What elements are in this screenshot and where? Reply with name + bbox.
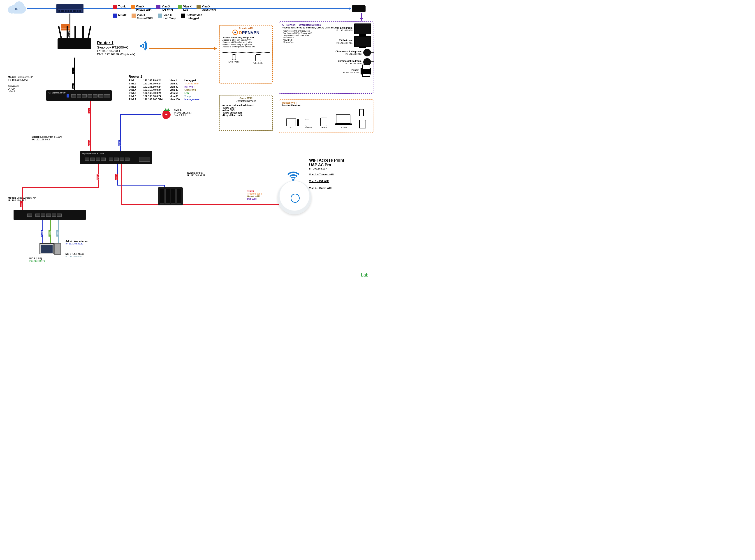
zone-guest-title: Guest WIFI [222, 97, 270, 100]
edgeswitch5-info: Model: EdgeSwitch 5-XP IP: 192.168.99.3 [8, 196, 36, 202]
edgeswitch5-icon [14, 210, 86, 220]
chromecast-icon [363, 49, 371, 56]
trusted-extra-devices [359, 109, 366, 128]
legend-item: Vlan X Lab [178, 5, 191, 11]
zone-trusted: Trusted WIFI Trusted Devices PC Phones T… [279, 99, 373, 133]
cable-label-port5b: Port 5 [119, 140, 121, 146]
edgerouter-icon: U | EdgeRouter 6P [46, 90, 112, 101]
router2-row: Eth1.5192.168.50.0/24Vlan 50Lab [129, 92, 200, 95]
rule-item: -Access to SSH only trough VPN [222, 39, 270, 41]
tv-icon [354, 23, 371, 34]
cable-label-port1: Port 1 [20, 201, 23, 207]
openvpn-logo: OPENVPN [222, 29, 270, 35]
pihole-icon: ✦ [162, 111, 170, 119]
router1-icon [58, 38, 91, 49]
iot-device: TV Bedroom IP: 192.168.30.51 [328, 36, 371, 47]
ap-wifi-icon [284, 169, 302, 180]
router2-row: Eth1.2192.168.20.0/24Vlan 20Trusted WIFI [129, 82, 200, 85]
workstation-info: Admin Workstation IP: 192.168.99.50 [65, 240, 88, 245]
trusted-device: PC [286, 119, 296, 128]
isp-cloud: ISP [10, 4, 26, 14]
wifi-icon [141, 40, 147, 51]
pc-icon [286, 119, 296, 126]
device-phone: Eriks Phone [229, 54, 240, 64]
tablet-icon [359, 120, 366, 128]
phone-icon [232, 54, 236, 60]
vlan-legend: Trunk Vlan X Private WIFI Vlan X IOT WIF… [113, 5, 226, 20]
trusted-device: Phones [305, 119, 312, 128]
ap-info: WIFI Access Point UAP AC Pro IP: 192.168… [309, 158, 368, 189]
rule-item: - Drop all Lan traffic [222, 114, 270, 117]
synology-nas-info: Synology 918+ IP: 192.168.99.51 [187, 172, 205, 177]
legend-item: Default Vlan Untagged [181, 14, 202, 20]
iot-device: Printer IP: 192.168.30.60 [328, 68, 371, 75]
router2-title: Router 2 [129, 75, 223, 78]
netgear-switch-icon [56, 4, 83, 13]
zone-iot: IOT Network – Untrusted Devices Access r… [279, 21, 373, 94]
synology-nas-icon [158, 187, 183, 205]
cable-label-port2: Port 2 [41, 230, 43, 237]
iot-device: TV Livingroom IP: 192.168.30.53 [328, 23, 371, 34]
router2-row: Eth1.7192.168.100.0/24Vlan 100Management [129, 98, 200, 101]
legend-item: Vlan X Guest WIFI [197, 5, 216, 11]
phone-icon [359, 109, 364, 116]
edgerouter-info: Model: Edgerouter-6P IP: 192.168.200.2 -… [8, 76, 53, 93]
rule-item: - Access restricted to Internet [222, 104, 270, 106]
router2-row: Eth1.3192.168.30.0/24Vlan 30IOT WIFI [129, 85, 200, 88]
rule-item: - Allow DHCP [222, 106, 270, 109]
iot-device: Chromecast Livingroom IP: 192.168.30.52 [328, 49, 371, 56]
trusted-device: Laptops [336, 115, 350, 128]
legend-item: Vlan X IOT WIFI [156, 5, 173, 11]
cable-label-port5a: Port 5 [88, 140, 91, 146]
cable-label-wan: WAN [68, 32, 70, 37]
zone-private-title: Private WIFI [222, 27, 270, 29]
device-tablet: Eriks Tablet [253, 54, 263, 64]
pihole-info: Pi-Hole IP: 192.168.99.63 Dns: 1.1.1.1 [174, 109, 205, 117]
rule-item: - Access to RPD only trough VPN [222, 41, 270, 43]
legend-item: Vlan X Lab Temp [158, 14, 176, 20]
ap-icon [278, 181, 311, 215]
tablet-icon [256, 54, 261, 61]
legend-item: Trunk [113, 5, 126, 11]
rule-item: - Access to WOL only trough VPN [222, 43, 270, 46]
router2-row: Eth1192.168.99.0/24Vlan 1Untagged [129, 79, 200, 82]
cable-label-lan1: Lan 1 [72, 68, 75, 74]
router2-row: Eth1.4192.168.40.0/24Vlan 40Guest WIFI [129, 88, 200, 92]
firewall-icon [61, 24, 70, 31]
edgeswitch8-info: Model: EdgeSwitch 8-150w IP: 192.168.99.… [32, 136, 62, 141]
router2-row: Eth1.6192.168.60.0/24Vlan 60Temp [129, 95, 200, 98]
zone-guest-wifi: Guest WIFI Untrusted Devices - Access re… [219, 95, 273, 131]
footer-lab: Lab [361, 273, 368, 278]
router2-table: Router 2 Eth1192.168.99.0/24Vlan 1Untagg… [129, 75, 223, 101]
modem-icon [352, 5, 366, 12]
workstation-icon [40, 243, 54, 254]
cable-label-port6b: Port 6 [115, 174, 118, 180]
zone-trusted-subtitle: Trusted Devices [282, 104, 370, 107]
zone-trusted-title: Trusted WIFI [282, 101, 370, 104]
ap-trunk-legend: Trunk Trusted WIFI Guest WIFI IOT WIFI [247, 189, 262, 200]
cable-label-eth0: Eth0 [72, 83, 75, 89]
isp-label: ISP [15, 7, 19, 11]
legend-item: MGMT [113, 14, 127, 20]
legend-item: Vlan X Private WIFI [131, 5, 151, 11]
rule-item: - Allow DNS [222, 109, 270, 112]
tv-icon [354, 36, 371, 47]
rule-item: - Allow printer port [222, 112, 270, 114]
legend-item: Vlan X Trusted WIFI [131, 14, 153, 20]
zone-guest-subtitle: Untrusted Devices [222, 100, 270, 102]
cable-label-port4: Port 4 [56, 230, 59, 237]
cable-label-port3: Port 3 [48, 230, 51, 237]
zone-private-wifi: Private WIFI OPENVPN - Access to Plex on… [219, 25, 273, 83]
edgeswitch8-icon: U | EdgeSwitch 8 150W [80, 151, 152, 164]
printer-icon [361, 68, 371, 75]
rule-item: -Access to printer port on trusted WIFI [222, 46, 270, 48]
phone-icon [305, 119, 309, 126]
laptop-icon [336, 115, 350, 123]
workstation-nic3: NIC 3 (LAB Misc) IP: 192.168.60.50 [65, 253, 84, 258]
rule-item: - Access to Plex only trough VPN [222, 37, 270, 39]
cable-label-eth1: Eth1 [88, 108, 91, 114]
trusted-device: Tablets [321, 118, 327, 128]
workstation-nic2: NIC 2 (LAB) IP: 192.168.50.49 [29, 257, 45, 262]
tablet-icon [321, 118, 327, 126]
cable-label-port6a: Port 6 [97, 174, 99, 180]
